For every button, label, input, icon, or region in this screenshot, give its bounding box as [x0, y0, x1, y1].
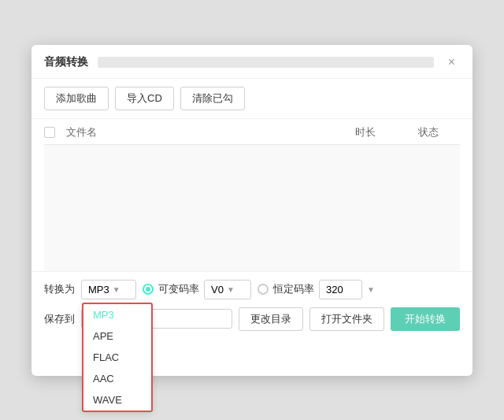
cbr-label: 恒定码率	[273, 282, 314, 296]
close-button[interactable]: ×	[443, 54, 460, 70]
cbr-arrow-icon: ▼	[367, 285, 375, 294]
clear-checked-button[interactable]: 清除已勾	[180, 87, 245, 110]
open-folder-button[interactable]: 打开文件夹	[309, 307, 384, 331]
vbr-select[interactable]: V0 ▼	[204, 280, 251, 299]
header-filename: 文件名	[66, 125, 334, 139]
header-status: 状态	[397, 125, 460, 139]
dialog-header: 音频转换 ×	[32, 45, 472, 79]
change-dir-button[interactable]: 更改目录	[239, 307, 303, 331]
select-all-checkbox[interactable]	[44, 127, 55, 138]
header-check	[44, 126, 66, 139]
vbr-label: 可变码率	[158, 282, 199, 296]
title-spacer	[98, 57, 434, 68]
convert-row: 转换为 MP3 ▼ MP3 APE FLAC AAC WAVE 可变码率 V0	[44, 280, 460, 299]
vbr-value: V0	[211, 284, 224, 295]
add-song-button[interactable]: 添加歌曲	[44, 87, 109, 110]
table-header: 文件名 时长 状态	[44, 119, 460, 145]
bottom-section: 转换为 MP3 ▼ MP3 APE FLAC AAC WAVE 可变码率 V0	[32, 271, 472, 339]
dropdown-item-wave[interactable]: WAVE	[83, 389, 151, 411]
format-select[interactable]: MP3 ▼ MP3 APE FLAC AAC WAVE	[81, 280, 136, 299]
dropdown-item-mp3[interactable]: MP3	[83, 304, 151, 325]
file-table: 文件名 时长 状态	[32, 119, 472, 271]
save-label: 保存到	[44, 312, 75, 326]
import-cd-button[interactable]: 导入CD	[115, 87, 174, 110]
convert-label: 转换为	[44, 282, 75, 296]
dropdown-item-flac[interactable]: FLAC	[83, 347, 151, 368]
format-dropdown: MP3 APE FLAC AAC WAVE	[82, 303, 153, 412]
format-arrow-icon: ▼	[113, 285, 120, 294]
vbr-radio-group: 可变码率 V0 ▼	[143, 280, 251, 299]
cbr-radio-group: 恒定码率 ▼	[258, 280, 375, 299]
dialog: 音频转换 × 添加歌曲 导入CD 清除已勾 文件名 时长 状态 转换为 MP3 …	[32, 45, 472, 376]
cbr-radio[interactable]	[258, 284, 269, 295]
dropdown-item-aac[interactable]: AAC	[83, 368, 151, 389]
table-body	[44, 145, 460, 271]
header-duration: 时长	[334, 125, 397, 139]
vbr-radio[interactable]	[143, 284, 154, 295]
dialog-title: 音频转换	[44, 55, 88, 69]
start-convert-button[interactable]: 开始转换	[391, 307, 460, 331]
toolbar: 添加歌曲 导入CD 清除已勾	[32, 79, 472, 119]
dropdown-item-ape[interactable]: APE	[83, 325, 151, 347]
format-value: MP3	[88, 284, 109, 295]
vbr-arrow-icon: ▼	[227, 285, 235, 294]
cbr-input[interactable]	[319, 280, 362, 299]
